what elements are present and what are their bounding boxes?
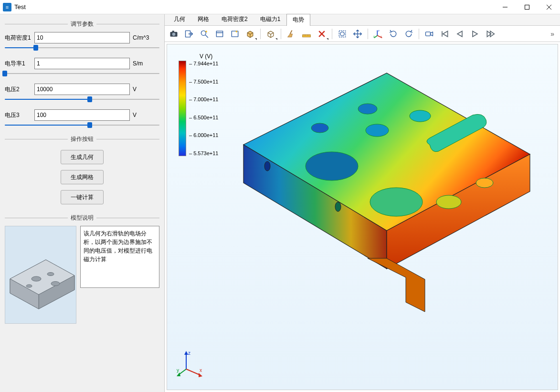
svg-text:y: y: [177, 368, 179, 373]
param-label: 电导率1: [5, 60, 32, 68]
svg-text:z: z: [188, 350, 190, 356]
svg-rect-14: [172, 31, 174, 32]
param-input-0[interactable]: [34, 32, 130, 43]
play-icon[interactable]: [468, 27, 482, 41]
param-label: 电压3: [5, 111, 32, 119]
param-input-1[interactable]: [34, 58, 130, 69]
window-title: Test: [14, 3, 26, 11]
action-button-2[interactable]: 一键计算: [61, 190, 104, 204]
model-description-text: 该几何为右滑轨的电场分析，以两个面为边界施加不同的电压值，对模型进行电磁力计算: [80, 226, 159, 288]
tab-3[interactable]: 电磁力1: [254, 13, 287, 25]
svg-marker-62: [177, 372, 180, 376]
param-unit: V: [133, 112, 159, 118]
legend-tick: 6.500e+11: [189, 115, 219, 120]
rotate-cw-icon[interactable]: [402, 27, 416, 41]
window-icon[interactable]: [212, 27, 227, 41]
param-slider-3[interactable]: [5, 122, 159, 128]
delete-x-icon[interactable]: [315, 27, 329, 41]
svg-point-53: [436, 195, 461, 209]
cube-wire-dd-icon[interactable]: [264, 27, 278, 41]
group-actions: 操作按钮 生成几何生成网格一键计算: [5, 135, 159, 207]
step-fwd-icon[interactable]: [483, 27, 497, 41]
broom-icon[interactable]: [284, 27, 298, 41]
param-unit: V: [133, 86, 159, 93]
tab-4[interactable]: 电势: [286, 14, 310, 26]
legend-tick: 7.000e+11: [189, 96, 219, 102]
param-label: 电荷密度1: [5, 34, 32, 42]
svg-line-17: [206, 35, 208, 37]
svg-point-49: [370, 188, 423, 216]
svg-point-50: [366, 124, 389, 137]
toolbar-overflow[interactable]: »: [550, 30, 558, 38]
group-description-title: 模型说明: [71, 214, 94, 222]
video-cam-icon[interactable]: [422, 27, 436, 41]
svg-text:z: z: [378, 29, 380, 32]
svg-marker-59: [184, 351, 188, 355]
legend-tick: 7.500e+11: [189, 79, 219, 85]
axes-xyz-icon[interactable]: zyx: [371, 27, 385, 41]
maximize-button[interactable]: [516, 0, 538, 14]
svg-point-57: [335, 202, 341, 212]
group-description: 模型说明: [5, 214, 159, 324]
axis-triad: z y x: [177, 350, 205, 380]
step-back-icon[interactable]: [453, 27, 467, 41]
legend-colorbar: [179, 61, 186, 156]
brighten-icon[interactable]: [228, 27, 242, 41]
legend-title: V (V): [200, 53, 219, 60]
param-slider-1[interactable]: [5, 70, 159, 77]
sidebar: 调节参数 电荷密度1C/m^3电导率1S/m电压2V电压3V 操作按钮 生成几何…: [0, 14, 165, 392]
color-legend: V (V) 7.944e+117.500e+117.000e+116.500e+…: [179, 53, 219, 156]
close-button[interactable]: [538, 0, 560, 14]
svg-text:y: y: [373, 34, 375, 37]
svg-marker-41: [473, 31, 477, 37]
tab-0[interactable]: 几何: [168, 13, 191, 25]
param-input-3[interactable]: [34, 109, 130, 121]
model-preview-thumbnail: [5, 226, 76, 324]
param-slider-0[interactable]: [5, 44, 159, 51]
svg-rect-18: [216, 31, 222, 37]
toolbar-separator: [260, 29, 261, 39]
toolbar-separator: [419, 29, 419, 39]
export-icon[interactable]: [182, 27, 196, 41]
tab-2[interactable]: 电荷密度2: [215, 13, 254, 25]
param-slider-2[interactable]: [5, 96, 159, 103]
svg-marker-65: [199, 373, 202, 377]
graphics-canvas[interactable]: V (V) 7.944e+117.500e+117.000e+116.500e+…: [165, 42, 560, 392]
param-input-2[interactable]: [34, 84, 130, 95]
param-unit: C/m^3: [133, 34, 159, 41]
svg-line-21: [290, 30, 292, 34]
tab-1[interactable]: 网格: [191, 13, 215, 25]
toolbar-separator: [368, 29, 368, 39]
result-tabs: 几何网格电荷密度2电磁力1电势: [165, 14, 560, 26]
group-parameters-title: 调节参数: [71, 20, 94, 28]
minimize-button[interactable]: [494, 0, 516, 14]
svg-point-56: [264, 161, 270, 171]
svg-point-16: [201, 31, 206, 35]
skip-first-icon[interactable]: [437, 27, 452, 41]
toolbar-separator: [332, 29, 332, 39]
svg-point-9: [47, 273, 54, 276]
svg-point-54: [476, 178, 493, 188]
svg-line-64: [186, 369, 200, 375]
camera-icon[interactable]: [167, 27, 181, 41]
rotate-ccw-icon[interactable]: [386, 27, 401, 41]
action-button-0[interactable]: 生成几何: [61, 150, 104, 164]
zoom-sparkle-icon[interactable]: [197, 27, 211, 41]
result-3d-part: [224, 64, 549, 332]
svg-point-52: [358, 104, 377, 114]
move-arrows-icon[interactable]: [350, 27, 365, 41]
svg-point-11: [51, 282, 60, 286]
svg-rect-37: [426, 32, 431, 35]
ruler-icon[interactable]: [299, 27, 314, 41]
app-icon: ≡: [3, 3, 11, 11]
svg-point-30: [340, 32, 344, 35]
svg-text:x: x: [200, 368, 202, 373]
graphics-toolbar: zyx»: [165, 26, 560, 42]
legend-tick: 6.000e+11: [189, 132, 219, 138]
svg-rect-1: [525, 5, 529, 9]
svg-marker-39: [443, 31, 448, 37]
svg-text:x: x: [380, 34, 382, 37]
cube-dd-icon[interactable]: [243, 27, 257, 41]
select-box-icon[interactable]: [335, 27, 349, 41]
action-button-1[interactable]: 生成网格: [61, 170, 104, 184]
